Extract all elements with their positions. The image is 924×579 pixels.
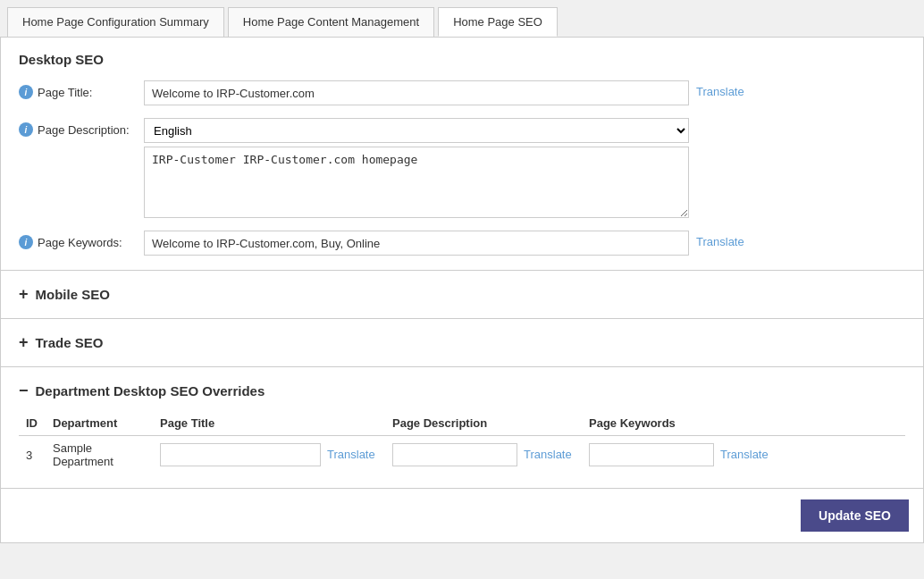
mobile-seo-section: + Mobile SEO [1, 271, 923, 319]
bottom-bar: Update SEO [1, 489, 923, 542]
language-select[interactable]: English French German Spanish [144, 118, 689, 143]
col-id: ID [19, 411, 46, 436]
page-keywords-label-wrap: i Page Keywords: [19, 231, 144, 249]
page-description-control: English French German Spanish IRP-Custom… [144, 118, 905, 218]
page-keywords-row: i Page Keywords: Translate [19, 231, 905, 256]
trade-seo-title: Trade SEO [36, 335, 104, 350]
cell-id: 3 [19, 436, 46, 474]
desktop-seo-header: Desktop SEO [19, 52, 905, 67]
page-keywords-translate-link[interactable]: Translate [696, 231, 744, 248]
page-content: Desktop SEO i Page Title: Translate i Pa… [0, 38, 924, 543]
dept-overrides-title: Department Desktop SEO Overrides [36, 383, 265, 399]
mobile-seo-header[interactable]: + Mobile SEO [19, 285, 905, 304]
trade-seo-toggle[interactable]: + [19, 333, 29, 352]
dept-overrides-toggle[interactable]: − [19, 382, 29, 400]
page-description-row: i Page Description: English French Germa… [19, 118, 905, 218]
tab-seo[interactable]: Home Page SEO [438, 7, 558, 37]
col-title: Page Title [153, 411, 385, 436]
desktop-seo-section: Desktop SEO i Page Title: Translate i Pa… [1, 38, 923, 271]
page-title-translate-link[interactable]: Translate [696, 80, 744, 98]
dept-kw-translate[interactable]: Translate [720, 448, 769, 461]
page-title-input[interactable] [144, 80, 689, 105]
page-title-label: Page Title: [38, 86, 92, 99]
page-title-row: i Page Title: Translate [19, 80, 905, 105]
page-keywords-label: Page Keywords: [38, 236, 122, 249]
dept-page-kw-input[interactable] [589, 443, 714, 466]
col-desc: Page Description [385, 411, 582, 436]
dept-overrides-section: − Department Desktop SEO Overrides ID De… [1, 367, 923, 489]
mobile-seo-toggle[interactable]: + [19, 285, 29, 304]
page-description-info-icon[interactable]: i [19, 122, 33, 137]
desktop-seo-title: Desktop SEO [19, 52, 104, 67]
col-dept: Department [46, 411, 153, 436]
trade-seo-header[interactable]: + Trade SEO [19, 333, 905, 352]
tab-config[interactable]: Home Page Configuration Summary [7, 7, 224, 37]
dept-title-translate[interactable]: Translate [327, 448, 375, 461]
dept-table-body: 3 Sample Department Translate Translate … [19, 436, 905, 474]
page-description-textarea[interactable]: IRP-Customer IRP-Customer.com homepage [144, 147, 689, 218]
col-kw: Page Keywords [582, 411, 905, 436]
cell-title: Translate [153, 436, 385, 474]
page-keywords-control: Translate [144, 231, 905, 256]
mobile-seo-title: Mobile SEO [36, 287, 110, 302]
page-keywords-info-icon[interactable]: i [19, 235, 33, 249]
page-description-label: Page Description: [38, 123, 130, 137]
dept-page-desc-input[interactable] [392, 443, 517, 466]
cell-desc: Translate [385, 436, 582, 474]
dept-table: ID Department Page Title Page Descriptio… [19, 411, 905, 474]
page-keywords-input[interactable] [144, 231, 689, 256]
dept-desc-translate[interactable]: Translate [524, 448, 572, 461]
cell-dept: Sample Department [46, 436, 153, 474]
page-title-label-wrap: i Page Title: [19, 80, 144, 99]
tab-content[interactable]: Home Page Content Management [228, 7, 434, 37]
page-title-control: Translate [144, 80, 905, 105]
page-title-info-icon[interactable]: i [19, 85, 33, 99]
trade-seo-section: + Trade SEO [1, 319, 923, 367]
update-seo-button[interactable]: Update SEO [801, 499, 909, 532]
cell-kw: Translate [582, 436, 905, 474]
page-description-label-wrap: i Page Description: [19, 118, 144, 137]
dept-table-row: 3 Sample Department Translate Translate … [19, 436, 905, 474]
dept-table-header-row: ID Department Page Title Page Descriptio… [19, 411, 905, 436]
dept-overrides-header[interactable]: − Department Desktop SEO Overrides [19, 382, 905, 400]
description-field-group: English French German Spanish IRP-Custom… [144, 118, 689, 218]
tabs-bar: Home Page Configuration Summary Home Pag… [0, 0, 924, 38]
dept-page-title-input[interactable] [160, 443, 321, 466]
